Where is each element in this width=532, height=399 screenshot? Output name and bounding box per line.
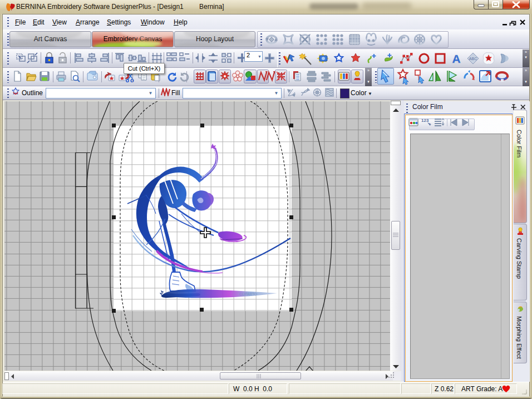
svg-text:123: 123: [421, 118, 429, 123]
svg-text:CLIPARTO: CLIPARTO: [239, 292, 257, 296]
svg-text:ABC: ABC: [469, 57, 477, 61]
svg-text:A: A: [452, 52, 460, 65]
